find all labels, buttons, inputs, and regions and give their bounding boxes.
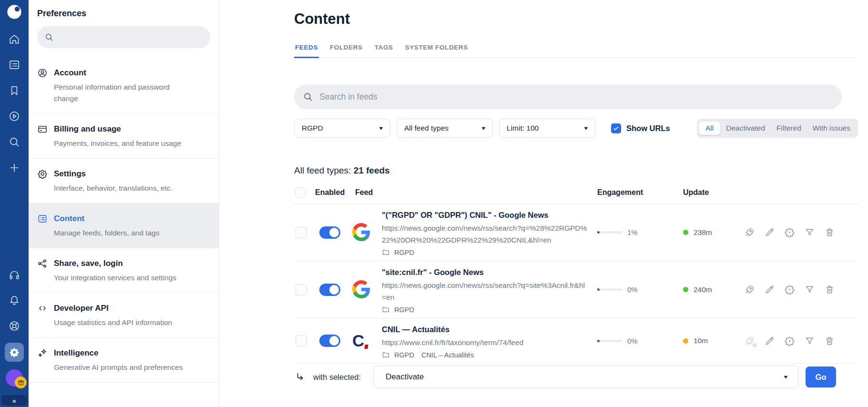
feed-folders: RGPD [382,248,588,256]
chevron-down-icon [378,126,384,131]
edit-pencil-icon[interactable] [764,284,775,295]
engagement-dot [597,231,600,234]
enabled-toggle[interactable] [319,335,340,347]
show-urls-toggle[interactable]: Show URLs [611,123,670,133]
engagement-value: 0% [627,285,638,294]
sidebar-item-content[interactable]: Content Manage feeds, folders, and tags [29,204,219,248]
feeds-search[interactable] [294,84,842,109]
automation-zap-icon[interactable] [784,227,795,238]
search-icon[interactable] [8,136,20,148]
sidebar-item-settings[interactable]: Settings Interface, behavior, translatio… [29,159,219,204]
home-icon[interactable] [8,33,20,45]
person-circle-icon [37,68,48,78]
add-icon[interactable] [8,162,20,174]
segment-filtered[interactable]: Filtered [771,122,807,135]
automation-zap-icon[interactable] [784,336,795,346]
select-all-checkbox[interactable] [296,187,306,198]
filter-row: RGPD All feed types Limit: 100 Show URLs… [294,119,858,138]
collapse-rail-button[interactable]: « [1,395,27,406]
sidebar-item-share-save-login[interactable]: Share, save, login Your integration serv… [29,248,219,293]
limit-select[interactable]: Limit: 100 [499,119,595,138]
feed-type-select[interactable]: All feed types [397,119,493,138]
sidebar-search-input[interactable] [59,33,210,41]
sidebar-item-developer-api[interactable]: Developer API Usage statistics and API i… [29,293,219,338]
automation-zap-icon[interactable] [784,284,795,295]
boost-rocket-icon[interactable] [744,284,755,295]
enabled-toggle[interactable] [319,284,340,296]
bulk-action-select[interactable]: Deactivate [373,366,798,388]
folder-tag[interactable]: RGPD [394,306,414,314]
delete-trash-icon[interactable] [824,336,835,346]
support-lifering-icon[interactable] [8,320,20,332]
row-actions [744,336,858,346]
sidebar-item-intelligence[interactable]: Intelligence Generative AI prompts and p… [29,338,219,383]
go-button[interactable]: Go [806,366,836,387]
sidebar-item-desc: Interface, behavior, translations, etc. [54,183,210,194]
bookmark-icon[interactable] [8,84,20,97]
search-icon [44,32,54,42]
credit-card-icon [37,124,48,134]
boost-rocket-icon-inactive[interactable] [744,336,755,346]
feed-title: "("RGPD" OR "GDPR") CNIL" - Google News [382,210,588,220]
content-tabs: FEEDS FOLDERS TAGS SYSTEM FOLDERS [294,44,858,58]
folder-icon [382,248,390,256]
sidebar-item-desc: Payments, invoices, and feature usage [54,138,210,149]
sidebar-menu: Account Personal information and passwor… [29,58,219,383]
sidebar-item-desc: Manage feeds, folders, and tags [54,227,210,239]
segment-all[interactable]: All [699,122,720,135]
folder-tag[interactable]: CNIL – Actualités [421,351,474,359]
app-logo[interactable] [7,4,22,20]
page-title: Content [294,10,858,28]
profile-avatar[interactable] [6,369,23,387]
filter-funnel-icon[interactable] [804,336,815,346]
sidebar-item-desc: Usage statistics and API information [54,317,210,328]
gear-icon [37,169,48,179]
edit-pencil-icon[interactable] [764,336,775,346]
folder-filter-select[interactable]: RGPD [294,119,390,138]
edit-pencil-icon[interactable] [764,227,775,238]
feeds-search-input[interactable] [319,92,842,102]
settings-active-tile[interactable] [5,343,24,362]
tab-system-folders[interactable]: SYSTEM FOLDERS [404,44,469,57]
engagement-cell: 1% [597,228,683,236]
feed-url: https://www.cnil.fr/fr/taxonomy/term/74/… [382,336,588,348]
delete-trash-icon[interactable] [824,284,835,295]
filter-funnel-icon[interactable] [804,227,815,238]
gear-icon [9,346,20,358]
engagement-dot [597,288,600,291]
sidebar-item-billing[interactable]: Billing and usage Payments, invoices, an… [29,114,219,159]
folder-tag[interactable]: RGPD [394,351,414,359]
delete-trash-icon[interactable] [824,227,835,238]
discover-icon[interactable] [8,110,20,122]
tab-tags[interactable]: TAGS [374,44,394,57]
feed-folders: RGPD CNIL – Actualités [382,351,588,359]
sidebar-search[interactable] [37,26,210,48]
feed-count: 21 feeds [354,165,390,175]
enabled-toggle[interactable] [319,226,340,239]
sidebar-item-account[interactable]: Account Personal information and passwor… [29,58,219,114]
notifications-bell-icon[interactable] [8,294,20,306]
row-checkbox[interactable] [296,227,307,238]
share-nodes-icon [37,258,48,269]
filter-funnel-icon[interactable] [804,284,815,295]
folder-tag[interactable]: RGPD [394,249,414,256]
engagement-value: 0% [627,337,638,345]
articles-icon[interactable] [8,59,20,71]
tab-feeds[interactable]: FEEDS [294,44,319,58]
segment-with-issues[interactable]: With issues [807,122,856,135]
headphones-icon[interactable] [8,268,20,281]
update-status-dot [683,287,688,292]
row-checkbox[interactable] [296,284,307,295]
segment-deactivated[interactable]: Deactivated [720,122,771,135]
row-actions [744,284,858,295]
engagement-value: 1% [627,228,638,236]
row-checkbox[interactable] [296,335,307,346]
tab-folders[interactable]: FOLDERS [329,44,364,57]
search-icon [303,92,313,102]
feed-logo-google [352,223,370,242]
boost-rocket-icon[interactable] [744,227,755,238]
feed-folders: RGPD [382,305,588,314]
col-header-update: Update [683,188,744,197]
gift-badge-icon[interactable] [15,376,27,388]
checkbox-checked-icon[interactable] [611,123,621,133]
